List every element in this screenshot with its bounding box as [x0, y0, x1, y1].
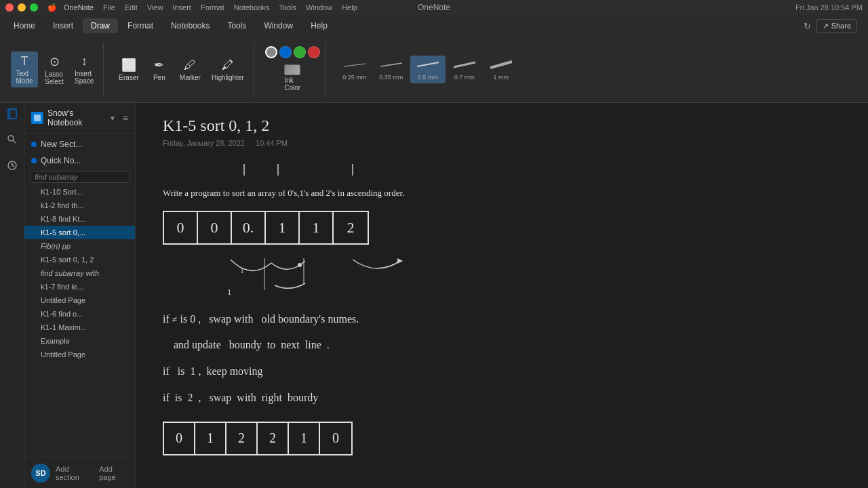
menu-edit[interactable]: Edit — [125, 3, 138, 12]
add-section-button[interactable]: Add section — [56, 465, 91, 481]
page-k1-7-label: k1-7 find le... — [41, 283, 83, 291]
ribbon-group-colors: InkColor — [260, 43, 326, 97]
eraser-icon: ⬜ — [121, 58, 136, 73]
svg-text:1: 1 — [227, 287, 232, 297]
page-k1-8[interactable]: K1-8 find Kt... — [24, 212, 135, 226]
page-k1-5[interactable]: K1-5 sort 0,... — [24, 226, 135, 239]
section-quick[interactable]: Quick No... — [24, 152, 135, 169]
highlighter-button[interactable]: 🖍 Highlighter — [208, 56, 248, 84]
marker-button[interactable]: 🖊 Marker — [176, 56, 205, 84]
tab-insert[interactable]: Insert — [45, 18, 81, 33]
page-untitled-1[interactable]: K1-5 sort 0, 1, 2 — [24, 253, 135, 266]
ribbon-group-tools: T TextMode ⊙ LassoSelect ↕ InsertSpace — [5, 43, 104, 97]
stroke-035[interactable]: 0.35 mm — [374, 56, 409, 83]
page-k1-7[interactable]: k1-7 find le... — [24, 280, 135, 293]
stroke-07[interactable]: 0.7 mm — [447, 56, 482, 83]
note-line-3: if is 1 , keep moving — [163, 362, 841, 382]
eraser-button[interactable]: ⬜ Eraser — [115, 55, 142, 84]
section-quick-label: Quick No... — [41, 156, 81, 165]
text-mode-button[interactable]: T TextMode — [11, 52, 38, 87]
page-k1-6-label: K1-6 find o... — [41, 310, 83, 318]
page-untitled-3-label: Untitled Page — [41, 350, 85, 359]
color-grey[interactable] — [265, 46, 277, 58]
page-k1-1[interactable]: K1-1 Maxim... — [24, 321, 135, 334]
menu-file[interactable]: File — [103, 3, 115, 12]
array2-cell-0: 0 — [164, 423, 195, 454]
sidebar-history-icon[interactable] — [4, 157, 20, 174]
tab-home[interactable]: Home — [5, 18, 43, 33]
page-fibn[interactable]: Fib(n) pp — [24, 239, 135, 253]
array2-cell-2: 2 — [226, 423, 258, 454]
ribbon-group-drawing: ⬜ Eraser ✒ Pen 🖊 Marker 🖍 Highlighter — [109, 43, 254, 97]
array-cell-3: 1 — [266, 212, 300, 243]
pen-button[interactable]: ✒ Pen — [146, 55, 173, 84]
page-untitled-3[interactable]: Untitled Page — [24, 348, 135, 361]
app-menu-onenote[interactable]: OneNote — [64, 3, 94, 12]
array2-cell-5: 0 — [320, 423, 351, 454]
menu-format[interactable]: Format — [201, 3, 224, 12]
page-untitled-2[interactable]: Untitled Page — [24, 293, 135, 307]
notebook-header[interactable]: Snow's Notebook ▼ ≡ — [24, 103, 135, 134]
page-date: Friday, January 28, 2022 — [163, 139, 245, 147]
array2-cell-1: 1 — [195, 423, 226, 454]
svg-rect-10 — [34, 115, 41, 121]
date-time: Fri Jan 28 10:54 PM — [795, 3, 863, 12]
maximize-button[interactable] — [30, 3, 38, 12]
menu-insert[interactable]: Insert — [172, 3, 191, 12]
tab-notebooks[interactable]: Notebooks — [163, 18, 218, 33]
pen-icon: ✒ — [154, 58, 164, 73]
stroke-05[interactable]: 0.5 mm — [410, 56, 446, 83]
ink-color-control[interactable]: InkColor — [280, 62, 304, 94]
page-k1-10[interactable]: K1-10 Sort... — [24, 185, 135, 199]
description-text: Write a program to sort an array of 0's,… — [163, 186, 841, 200]
add-page-button[interactable]: Add page — [99, 465, 128, 481]
menu-notebooks[interactable]: Notebooks — [234, 3, 270, 12]
sidebar-notebook-icon[interactable] — [4, 106, 20, 122]
notebook-name: Snow's Notebook — [47, 108, 105, 127]
close-button[interactable] — [5, 3, 14, 12]
arrow-annotations: 1 1 — [176, 253, 841, 303]
share-button[interactable]: ↗ Share — [816, 19, 857, 33]
tab-tools[interactable]: Tools — [219, 18, 254, 33]
find-subarray-search[interactable]: find subarray — [30, 171, 130, 183]
page-k1-6[interactable]: K1-6 find o... — [24, 307, 135, 321]
color-red[interactable] — [308, 46, 320, 58]
tab-window[interactable]: Window — [256, 18, 301, 33]
section-new[interactable]: New Sect... — [24, 136, 135, 152]
menu-tools[interactable]: Tools — [279, 3, 296, 12]
ribbon-tab-row: Home Insert Draw Format Notebooks Tools … — [0, 15, 868, 37]
color-blue[interactable] — [279, 46, 292, 58]
sync-icon[interactable]: ↻ — [804, 21, 811, 31]
pen-label: Pen — [153, 74, 165, 81]
user-avatar[interactable]: SD — [31, 464, 50, 483]
stroke-1[interactable]: 1 mm — [484, 56, 519, 83]
minimize-button[interactable] — [18, 3, 26, 12]
sidebar-search-icon[interactable] — [4, 131, 20, 148]
tab-draw[interactable]: Draw — [83, 18, 118, 33]
page-untitled-2-label: Untitled Page — [41, 296, 85, 304]
lasso-label: LassoSelect — [45, 70, 64, 85]
insert-space-button[interactable]: ↕ InsertSpace — [71, 52, 98, 87]
page-k1-2[interactable]: k1-2 find th... — [24, 199, 135, 212]
array-cell-0: 0 — [164, 212, 198, 243]
array-visualization-1: 0 0 0. 1 1 2 — [163, 211, 369, 245]
lasso-select-button[interactable]: ⊙ LassoSelect — [41, 52, 68, 88]
ribbon: Home Insert Draw Format Notebooks Tools … — [0, 15, 868, 103]
text-mode-icon: T — [21, 54, 28, 68]
ink-color-preview — [284, 64, 300, 75]
tab-help[interactable]: Help — [302, 18, 336, 33]
search-field-area[interactable]: find subarray — [24, 169, 135, 185]
sort-icon[interactable]: ≡ — [123, 113, 128, 123]
page-example[interactable]: Example — [24, 334, 135, 348]
menu-window[interactable]: Window — [306, 3, 332, 12]
menu-view[interactable]: View — [147, 3, 163, 12]
page-example-label: Example — [41, 337, 70, 345]
page-find-subarray[interactable]: find subarray with — [24, 266, 135, 280]
stroke-025-label: 0.25 mm — [342, 74, 366, 81]
tab-format[interactable]: Format — [119, 18, 161, 33]
array-cell-1: 0 — [198, 212, 232, 243]
color-green[interactable] — [294, 46, 306, 58]
menu-help[interactable]: Help — [342, 3, 357, 12]
stroke-025[interactable]: 0.25 mm — [337, 56, 372, 83]
array-visualization-2-container: 0 1 2 2 1 0 — [163, 422, 841, 455]
